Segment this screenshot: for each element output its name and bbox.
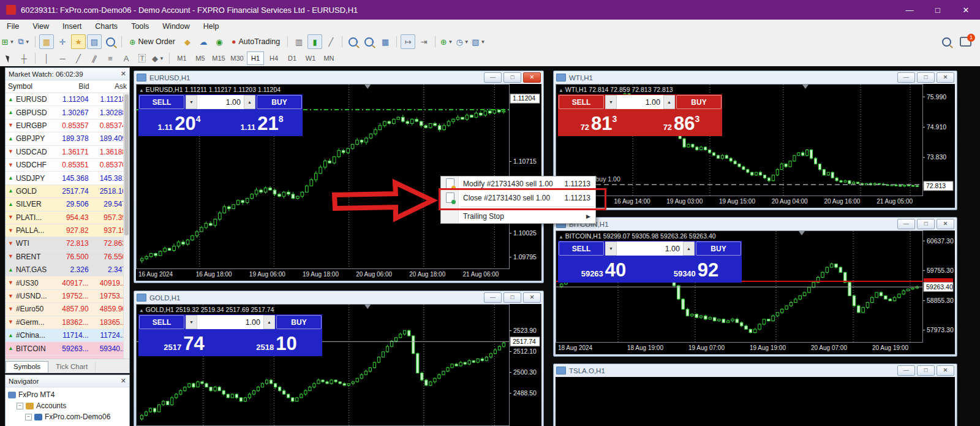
indicators-button[interactable]: ⊕▼: [439, 34, 454, 49]
navigator-item-fxpro-mt4[interactable]: FxPro MT4: [8, 389, 129, 400]
tab-symbols[interactable]: Symbols: [6, 361, 48, 372]
timeframe-button-m1[interactable]: M1: [173, 51, 190, 65]
buy-price-display[interactable]: 251810: [231, 330, 322, 356]
menu-item-window[interactable]: Window: [156, 22, 196, 31]
chart-restore-button[interactable]: □: [503, 292, 521, 303]
volume-increase-button[interactable]: ▲: [663, 95, 675, 109]
chart-close-button[interactable]: ✕: [937, 219, 954, 229]
timeframe-button-h4[interactable]: H4: [265, 51, 282, 65]
buy-button[interactable]: BUY: [696, 242, 741, 256]
chart-minimize-button[interactable]: —: [897, 72, 915, 83]
chart-close-button[interactable]: ✕: [937, 365, 954, 376]
navigator-item-accounts[interactable]: −Accounts: [8, 400, 129, 411]
chart-close-button[interactable]: ✕: [523, 72, 541, 83]
sell-button[interactable]: SELL: [139, 315, 184, 329]
data-window-button[interactable]: ✛: [55, 34, 70, 49]
market-watch-row[interactable]: ▼USDCHF0.853510.85370: [6, 159, 129, 172]
chart-restore-button[interactable]: □: [917, 72, 935, 83]
volume-decrease-button[interactable]: ▼: [605, 95, 617, 109]
crosshair-button[interactable]: ┼: [17, 51, 31, 66]
sell-button[interactable]: SELL: [139, 95, 184, 109]
chart-titlebar[interactable]: GOLD,H1—□✕: [134, 291, 543, 304]
timeframe-button-m30[interactable]: M30: [228, 51, 246, 65]
horizontal-line-button[interactable]: ─: [55, 51, 70, 66]
fibonacci-button[interactable]: ≡: [103, 51, 118, 66]
notifications-icon[interactable]: 1: [960, 37, 971, 47]
market-watch-row[interactable]: ▲USDJPY145.368145.381: [6, 172, 129, 184]
text-button[interactable]: A: [119, 51, 134, 66]
column-header-symbol[interactable]: Symbol: [6, 82, 54, 91]
tree-expand-icon[interactable]: −: [25, 414, 32, 420]
chart-minimize-button[interactable]: —: [484, 292, 502, 303]
new-order-button[interactable]: ⊕New Order: [126, 34, 179, 49]
chart-shift-button[interactable]: ⇥: [417, 34, 431, 49]
candlestick-chart-button[interactable]: ▮: [307, 34, 322, 49]
context-menu-item-trailing[interactable]: Trailing Stop▶: [441, 209, 595, 223]
terminal-button[interactable]: ▤: [87, 34, 102, 49]
market-watch-close-icon[interactable]: ✕: [121, 70, 126, 78]
market-watch-row[interactable]: ▼#USND...19752...19753...: [6, 290, 129, 303]
market-watch-row[interactable]: ▼WTI72.81372.863: [6, 237, 129, 250]
chart-titlebar[interactable]: EURUSD,H1—□✕: [134, 71, 543, 84]
chart-restore-button[interactable]: □: [917, 365, 935, 376]
market-watch-row[interactable]: ▼USDCAD1.361711.36188: [6, 146, 129, 159]
trendline-button[interactable]: ╱: [71, 51, 86, 66]
buy-button[interactable]: BUY: [257, 95, 302, 109]
market-watch-row[interactable]: ▼PLATI...954.43957.39: [6, 211, 129, 224]
volume-decrease-button[interactable]: ▼: [186, 95, 197, 109]
volume-decrease-button[interactable]: ▼: [186, 315, 197, 329]
market-watch-row[interactable]: ▼EURGBP0.853570.85374: [6, 120, 129, 132]
menu-item-tools[interactable]: Tools: [124, 22, 156, 31]
volume-value[interactable]: 1.00: [197, 95, 244, 109]
market-watch-row[interactable]: ▲EURUSD1.112041.11218: [6, 93, 129, 106]
timeframe-button-m15[interactable]: M15: [210, 51, 227, 65]
volume-stepper[interactable]: ▼1.00▲: [605, 95, 675, 109]
volume-increase-button[interactable]: ▲: [263, 315, 275, 329]
sounds-button[interactable]: ◉: [212, 34, 227, 49]
timeframe-button-m5[interactable]: M5: [192, 51, 209, 65]
sell-button[interactable]: SELL: [559, 95, 604, 109]
arrows-button[interactable]: ◆▼: [151, 51, 165, 66]
volume-stepper[interactable]: ▼1.00▲: [186, 315, 275, 329]
volume-stepper[interactable]: ▼1.00▲: [605, 242, 695, 256]
chart-minimize-button[interactable]: —: [897, 365, 915, 376]
zoom-out-button[interactable]: −: [362, 34, 377, 49]
sell-price-display[interactable]: 5926340: [558, 257, 649, 283]
text-label-button[interactable]: T: [135, 51, 149, 66]
sell-price-display[interactable]: 1.11204: [138, 110, 220, 136]
equidistant-channel-button[interactable]: ∥: [87, 51, 102, 66]
market-watch-row[interactable]: ▲#China...11714...11724...: [6, 329, 129, 342]
timeframe-button-d1[interactable]: D1: [284, 51, 301, 65]
menu-item-file[interactable]: File: [0, 22, 26, 31]
timeframe-button-w1[interactable]: W1: [302, 51, 319, 65]
metaeditor-button[interactable]: ◆: [180, 34, 195, 49]
chart-window-gold[interactable]: GOLD,H1—□✕2523.902512.102500.302488.5025…: [134, 291, 544, 426]
column-header-ask[interactable]: Ask: [92, 82, 129, 91]
search-icon[interactable]: [942, 37, 951, 47]
market-watch-row[interactable]: ▼PALLA...927.82937.19: [6, 224, 129, 237]
market-watch-row[interactable]: ▲GOLD2517.742518.10: [6, 185, 129, 198]
navigator-close-icon[interactable]: ✕: [121, 377, 126, 385]
line-chart-button[interactable]: ╱: [323, 34, 338, 49]
chart-window-tsla[interactable]: TSLA.O,H1—□✕: [553, 363, 957, 426]
tree-expand-icon[interactable]: −: [17, 403, 23, 409]
buy-price-display[interactable]: 1.11218: [221, 110, 303, 136]
volume-value[interactable]: 1.00: [197, 315, 263, 329]
strategy-tester-button[interactable]: [103, 34, 118, 49]
market-watch-scrollbar[interactable]: [123, 93, 129, 359]
chart-restore-button[interactable]: □: [917, 219, 935, 229]
volume-decrease-button[interactable]: ▼: [605, 242, 617, 256]
volume-value[interactable]: 1.00: [617, 95, 663, 109]
autotrading-button[interactable]: ●AutoTrading: [228, 34, 284, 49]
window-close-button[interactable]: ✕: [952, 0, 980, 20]
volume-stepper[interactable]: ▼1.00▲: [186, 95, 255, 109]
buy-price-display[interactable]: 72863: [641, 110, 722, 136]
chart-close-button[interactable]: ✕: [937, 72, 954, 83]
sell-price-display[interactable]: 251774: [138, 330, 230, 356]
vertical-line-button[interactable]: │: [39, 51, 54, 66]
chart-minimize-button[interactable]: —: [484, 72, 502, 83]
menu-item-charts[interactable]: Charts: [88, 22, 124, 31]
menu-item-insert[interactable]: Insert: [56, 22, 88, 31]
profiles-button[interactable]: ⧉▼: [17, 34, 31, 49]
volume-increase-button[interactable]: ▲: [244, 95, 255, 109]
